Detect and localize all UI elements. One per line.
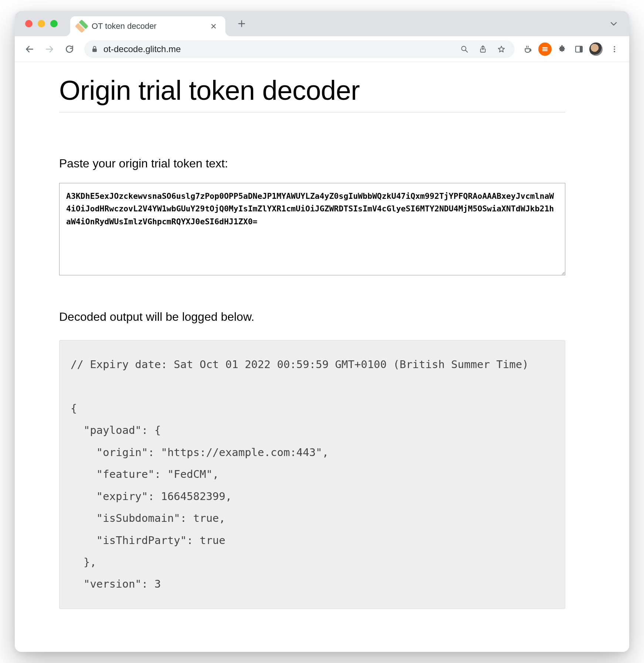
window-close-button[interactable] bbox=[25, 20, 33, 27]
extensions-puzzle-icon[interactable] bbox=[555, 42, 569, 56]
window-minimize-button[interactable] bbox=[38, 20, 45, 27]
decoded-output: // Expiry date: Sat Oct 01 2022 00:59:59… bbox=[59, 340, 565, 609]
page-content: Origin trial token decoder Paste your or… bbox=[15, 62, 629, 652]
tab-favicon-icon bbox=[75, 20, 89, 33]
browser-tab[interactable]: OT token decoder bbox=[70, 16, 225, 36]
token-input-label: Paste your origin trial token text: bbox=[59, 157, 565, 170]
svg-point-5 bbox=[614, 46, 615, 47]
address-bar[interactable]: ot-decode.glitch.me bbox=[84, 40, 515, 58]
window-controls bbox=[25, 20, 58, 27]
reload-button[interactable] bbox=[61, 41, 78, 57]
extension-orange-icon[interactable] bbox=[538, 42, 552, 56]
chrome-menu-button[interactable] bbox=[606, 41, 623, 57]
browser-window: OT token decoder bbox=[15, 11, 629, 652]
svg-point-6 bbox=[614, 48, 615, 50]
profile-avatar[interactable] bbox=[589, 42, 603, 56]
lock-icon bbox=[91, 45, 98, 53]
search-icon[interactable] bbox=[458, 42, 471, 56]
tab-strip: OT token decoder bbox=[15, 11, 629, 36]
tab-close-button[interactable] bbox=[208, 21, 219, 31]
divider bbox=[59, 112, 565, 112]
bookmark-star-icon[interactable] bbox=[495, 42, 508, 56]
back-button[interactable] bbox=[21, 41, 38, 57]
tab-search-button[interactable] bbox=[606, 16, 622, 32]
tab-title: OT token decoder bbox=[92, 21, 203, 31]
share-icon[interactable] bbox=[476, 42, 490, 56]
output-label: Decoded output will be logged below. bbox=[59, 310, 565, 324]
forward-button[interactable] bbox=[41, 41, 58, 57]
page-title: Origin trial token decoder bbox=[59, 75, 565, 106]
toolbar: ot-decode.glitch.me bbox=[15, 36, 629, 62]
new-tab-button[interactable] bbox=[234, 16, 250, 32]
url-text: ot-decode.glitch.me bbox=[103, 44, 453, 54]
svg-rect-0 bbox=[92, 48, 97, 52]
svg-point-7 bbox=[614, 51, 615, 52]
window-zoom-button[interactable] bbox=[50, 20, 58, 27]
extension-coffee-icon[interactable] bbox=[521, 42, 535, 56]
token-input[interactable] bbox=[59, 183, 565, 275]
side-panel-icon[interactable] bbox=[572, 42, 586, 56]
svg-rect-4 bbox=[580, 46, 582, 52]
